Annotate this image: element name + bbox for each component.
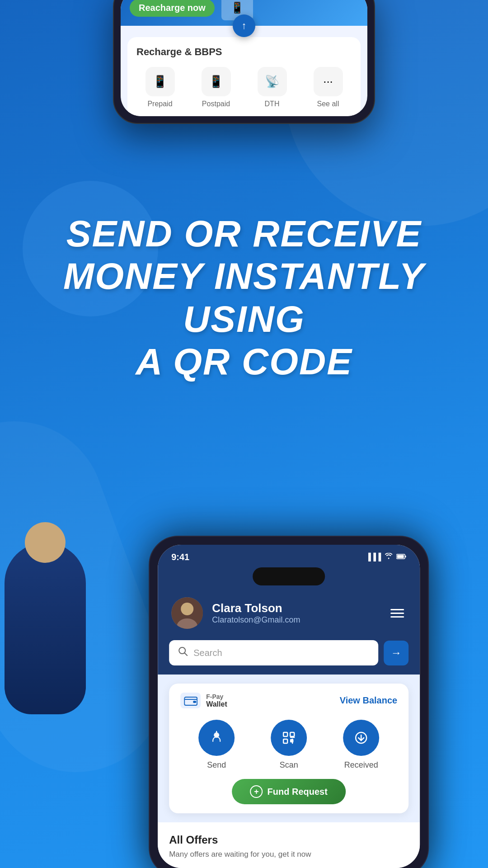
scan-circle (271, 720, 307, 756)
status-bar: 9:41 ▐▐▐ (158, 545, 420, 567)
svg-rect-12 (290, 732, 294, 736)
user-name: Clara Tolson (212, 601, 379, 615)
status-time: 9:41 (171, 552, 189, 562)
signal-icon: ▐▐▐ (366, 553, 381, 561)
island-pill (253, 567, 325, 585)
postpaid-icon: 📱 (202, 67, 231, 96)
recharge-now-button[interactable]: Reacharge now (130, 0, 215, 17)
top-phone-frame: Reacharge now 📱 ↑ Recharge & BBPS 📱 Prep… (113, 0, 375, 124)
svg-line-7 (185, 653, 188, 656)
recharge-icon-dth[interactable]: 📡 DTH (258, 67, 287, 108)
wallet-icon (180, 693, 201, 708)
bottom-phone-frame: 9:41 ▐▐▐ (149, 536, 429, 868)
bottom-phone: 9:41 ▐▐▐ (149, 536, 429, 868)
view-balance-button[interactable]: View Balance (340, 695, 397, 706)
received-circle (343, 720, 379, 756)
scan-button-item[interactable]: Scan (271, 720, 307, 770)
send-button-item[interactable]: Send (198, 720, 235, 770)
received-button-item[interactable]: Received (343, 720, 379, 770)
fund-request-section: + Fund Request (180, 779, 397, 804)
all-offers-section: All Offers Many offers are waiting for y… (158, 822, 420, 868)
arrow-right-icon: → (391, 646, 402, 659)
bottom-phone-screen: 9:41 ▐▐▐ (158, 545, 420, 868)
all-offers-title: All Offers (169, 834, 408, 846)
recharge-card: Recharge & BBPS 📱 Prepaid 📱 Postpaid 📡 D… (127, 37, 361, 116)
dth-icon: 📡 (258, 67, 287, 96)
prepaid-icon: 📱 (145, 67, 175, 96)
svg-rect-13 (283, 739, 287, 743)
person-figure (0, 506, 104, 732)
status-icons: ▐▐▐ (366, 553, 406, 561)
menu-button[interactable] (388, 607, 406, 620)
dth-label: DTH (265, 100, 280, 108)
recharge-icons-row: 📱 Prepaid 📱 Postpaid 📡 DTH ··· See all (136, 67, 352, 108)
hamburger-line-2 (390, 613, 404, 614)
user-avatar (171, 597, 203, 629)
wallet-header: F-Pay Wallet View Balance (180, 693, 397, 708)
battery-icon (396, 553, 406, 561)
see-all-icon: ··· (314, 67, 343, 96)
all-offers-subtitle: Many offers are waiting for you, get it … (169, 850, 408, 859)
see-all-label: See all (317, 100, 339, 108)
recharge-icon-prepaid[interactable]: 📱 Prepaid (145, 67, 175, 108)
arrow-up-button[interactable]: ↑ (233, 14, 255, 37)
fund-request-label: Fund Request (267, 787, 328, 797)
hamburger-line-1 (390, 609, 404, 610)
wallet-label-group: F-Pay Wallet (206, 693, 227, 708)
search-placeholder: Search (193, 648, 222, 658)
person-body (5, 542, 86, 714)
fpay-label: F-Pay (206, 693, 227, 700)
hamburger-line-3 (390, 616, 404, 618)
wallet-label: Wallet (206, 700, 227, 708)
app-header: Clara Tolson Claratolson@Gmail.com (158, 588, 420, 640)
recharge-icon-see-all[interactable]: ··· See all (314, 67, 343, 108)
headline-line2: MONEY INSTANTLY USING (63, 255, 425, 339)
headline-line3: A QR CODE (136, 341, 352, 382)
svg-rect-2 (397, 555, 404, 558)
send-circle (198, 720, 235, 756)
search-section: Search → (158, 640, 420, 675)
svg-point-4 (181, 603, 193, 615)
fund-request-button[interactable]: + Fund Request (232, 779, 346, 804)
person-head (25, 522, 66, 563)
user-email: Claratolson@Gmail.com (212, 615, 379, 625)
wifi-icon (385, 553, 393, 561)
wallet-info: F-Pay Wallet (180, 693, 227, 708)
search-bar[interactable]: Search (169, 640, 378, 665)
top-phone-screen: Reacharge now 📱 ↑ Recharge & BBPS 📱 Prep… (121, 0, 367, 116)
scan-label: Scan (280, 760, 298, 770)
plus-icon: + (254, 787, 259, 797)
svg-rect-11 (283, 732, 287, 736)
headline-text: SEND OR RECEIVE MONEY INSTANTLY USING A … (27, 212, 461, 383)
wallet-section: F-Pay Wallet View Balance (158, 675, 420, 822)
prepaid-label: Prepaid (147, 100, 172, 108)
search-arrow-button[interactable]: → (384, 641, 408, 665)
svg-rect-1 (405, 556, 406, 557)
received-label: Received (344, 760, 378, 770)
search-icon (178, 646, 188, 659)
send-label: Send (207, 760, 226, 770)
dynamic-island (158, 567, 420, 588)
action-buttons: Send (180, 720, 397, 770)
wallet-card: F-Pay Wallet View Balance (169, 684, 408, 813)
plus-circle-icon: + (250, 785, 263, 798)
headline-line1: SEND OR RECEIVE (66, 213, 422, 254)
svg-rect-9 (193, 701, 196, 703)
recharge-card-title: Recharge & BBPS (136, 46, 352, 58)
headline-section: SEND OR RECEIVE MONEY INSTANTLY USING A … (0, 194, 488, 401)
user-info: Clara Tolson Claratolson@Gmail.com (212, 601, 379, 625)
postpaid-label: Postpaid (202, 100, 230, 108)
avatar-image (171, 597, 203, 629)
recharge-icon-postpaid[interactable]: 📱 Postpaid (202, 67, 231, 108)
top-phone: Reacharge now 📱 ↑ Recharge & BBPS 📱 Prep… (113, 0, 375, 124)
